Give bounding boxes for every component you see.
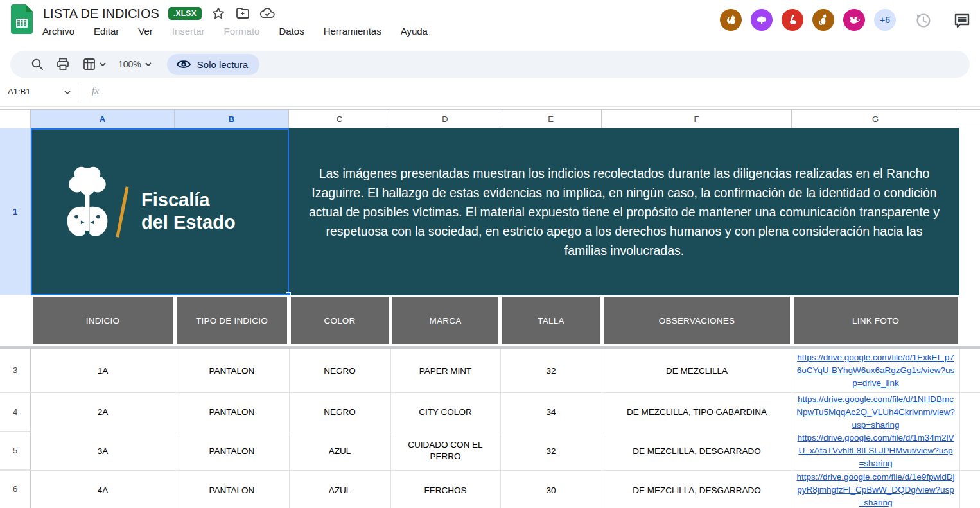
collaborator-avatars: +6 xyxy=(720,9,896,31)
fiscalia-line1: Fiscalía xyxy=(141,189,236,211)
column-header-a[interactable]: A xyxy=(31,110,175,128)
header-talla[interactable]: TALLA xyxy=(502,297,600,344)
menu-ver[interactable]: Ver xyxy=(138,26,153,37)
cell-tipo[interactable]: PANTALON xyxy=(175,392,288,432)
drive-link[interactable]: https://drive.google.com/file/d/1ExkEI_p… xyxy=(796,351,955,390)
cell-indicio[interactable]: 3A xyxy=(31,432,174,470)
star-icon[interactable] xyxy=(211,6,226,21)
gridline xyxy=(959,349,960,508)
menu-editar[interactable]: Editar xyxy=(94,26,119,37)
cell-marca[interactable]: PAPER MINT xyxy=(391,349,500,392)
eye-icon xyxy=(176,59,191,69)
cell-indicio[interactable]: 4A xyxy=(31,470,174,508)
move-folder-icon[interactable] xyxy=(235,6,250,21)
row-header-4[interactable]: 4 xyxy=(0,392,31,432)
cell-observaciones[interactable]: DE MEZCLILLA, DESGARRADO xyxy=(602,470,791,508)
zoom-value: 100% xyxy=(118,59,141,69)
fx-icon: fx xyxy=(92,85,99,96)
table-grid-icon xyxy=(82,57,96,71)
cell-talla[interactable]: 32 xyxy=(501,432,601,470)
banner-disclaimer: Las imágenes presentadas muestran los in… xyxy=(289,128,959,295)
cell-marca[interactable]: CITY COLOR xyxy=(391,392,500,432)
menu-archivo[interactable]: Archivo xyxy=(42,26,74,37)
name-box-chevron-icon[interactable] xyxy=(64,91,71,94)
cell-talla[interactable]: 32 xyxy=(501,349,601,392)
avatar-elephant[interactable] xyxy=(751,9,773,31)
print-button[interactable] xyxy=(50,51,76,77)
spreadsheet-app: LISTA DE INDICIOS .XLSX Archivo Editar V… xyxy=(0,0,980,508)
header-marca[interactable]: MARCA xyxy=(392,297,498,344)
filter-views-button[interactable] xyxy=(76,51,112,77)
row-header-3[interactable]: 3 xyxy=(0,349,31,392)
cell-indicio[interactable]: 2A xyxy=(31,392,174,432)
document-status-cloud-icon[interactable] xyxy=(259,6,276,21)
header-link-foto[interactable]: LINK FOTO xyxy=(794,297,958,344)
drive-link[interactable]: https://drive.google.com/file/d/1m34m2lV… xyxy=(796,432,955,470)
cell-color[interactable]: NEGRO xyxy=(290,349,390,392)
header-tipo-de-indicio[interactable]: TIPO DE INDICIO xyxy=(177,297,287,344)
cell-talla[interactable]: 34 xyxy=(501,392,601,432)
cell-observaciones[interactable]: DE MEZCLILLA, TIPO GABARDINA xyxy=(602,392,791,432)
document-title[interactable]: LISTA DE INDICIOS xyxy=(43,6,159,21)
header-indicio[interactable]: INDICIO xyxy=(33,297,173,344)
cell-tipo[interactable]: PANTALON xyxy=(175,349,288,392)
sheets-logo-icon[interactable] xyxy=(11,4,33,34)
gridline xyxy=(602,349,602,508)
cell-link-foto: https://drive.google.com/file/d/1NHDBmcN… xyxy=(792,392,959,432)
top-bar: LISTA DE INDICIOS .XLSX Archivo Editar V… xyxy=(0,0,980,50)
divider xyxy=(82,84,82,101)
menu-datos[interactable]: Datos xyxy=(279,26,304,37)
cell-link-foto: https://drive.google.com/file/d/1e9fpwld… xyxy=(792,470,959,508)
gridline xyxy=(0,392,980,393)
row-header-1[interactable]: 1 xyxy=(0,128,31,295)
chevron-down-icon xyxy=(145,62,152,66)
readonly-mode-chip[interactable]: Solo lectura xyxy=(167,54,259,75)
version-history-icon[interactable] xyxy=(913,11,932,30)
cell-color[interactable]: AZUL xyxy=(290,470,390,508)
avatar-mouse[interactable] xyxy=(843,9,865,31)
column-header-d[interactable]: D xyxy=(390,110,500,128)
cell-color[interactable]: AZUL xyxy=(290,432,390,470)
avatar-goose[interactable] xyxy=(782,9,803,31)
cell-marca[interactable]: FERCHOS xyxy=(391,470,500,508)
select-all-corner[interactable] xyxy=(0,110,31,128)
document-title-row: LISTA DE INDICIOS .XLSX xyxy=(43,6,276,21)
cell-marca[interactable]: CUIDADO CON EL PERRO xyxy=(391,432,500,470)
cell-link-foto: https://drive.google.com/file/d/1ExkEI_p… xyxy=(792,349,959,392)
print-icon xyxy=(56,57,70,71)
name-box[interactable]: A1:B1 xyxy=(8,87,30,96)
column-header-e[interactable]: E xyxy=(500,110,602,128)
avatar-kangaroo[interactable] xyxy=(812,9,834,31)
menu-herramientas[interactable]: Herramientas xyxy=(324,26,381,37)
avatar-squirrel[interactable] xyxy=(720,9,742,31)
header-observaciones[interactable]: OBSERVACIONES xyxy=(604,297,790,344)
search-button[interactable] xyxy=(24,51,50,77)
cell-observaciones[interactable]: DE MEZCLILLA, DESGARRADO xyxy=(602,432,791,470)
zoom-selector[interactable]: 100% xyxy=(118,59,152,69)
fiscalia-wordmark: Fiscalía del Estado xyxy=(141,189,236,234)
cell-tipo[interactable]: PANTALON xyxy=(175,470,288,508)
menu-insertar: Insertar xyxy=(172,26,205,37)
row-header-5[interactable]: 5 xyxy=(0,432,31,470)
cell-indicio[interactable]: 1A xyxy=(31,349,174,392)
menu-ayuda[interactable]: Ayuda xyxy=(401,26,428,37)
cell-link-foto: https://drive.google.com/file/d/1m34m2lV… xyxy=(792,432,959,470)
column-header-b[interactable]: B xyxy=(175,110,289,128)
row-header-6[interactable]: 6 xyxy=(0,470,31,508)
cell-observaciones[interactable]: DE MEZCLILLA xyxy=(602,349,791,392)
chevron-down-icon xyxy=(100,62,106,66)
column-header-c[interactable]: C xyxy=(289,110,390,128)
drive-link[interactable]: https://drive.google.com/file/d/1e9fpwld… xyxy=(796,471,955,508)
gridline xyxy=(175,349,175,508)
cell-color[interactable]: NEGRO xyxy=(290,392,390,432)
table-header-row: INDICIO TIPO DE INDICIO COLOR MARCA TALL… xyxy=(0,295,980,346)
header-color[interactable]: COLOR xyxy=(291,297,389,344)
column-header-g[interactable]: G xyxy=(792,110,959,128)
more-collaborators-badge[interactable]: +6 xyxy=(874,9,896,31)
drive-link[interactable]: https://drive.google.com/file/d/1NHDBmcN… xyxy=(796,393,955,432)
comments-icon[interactable] xyxy=(952,11,972,30)
column-headers: A B C D E F G xyxy=(0,109,980,128)
column-header-f[interactable]: F xyxy=(602,110,792,128)
cell-tipo[interactable]: PANTALON xyxy=(175,432,288,470)
cell-talla[interactable]: 30 xyxy=(501,470,601,508)
